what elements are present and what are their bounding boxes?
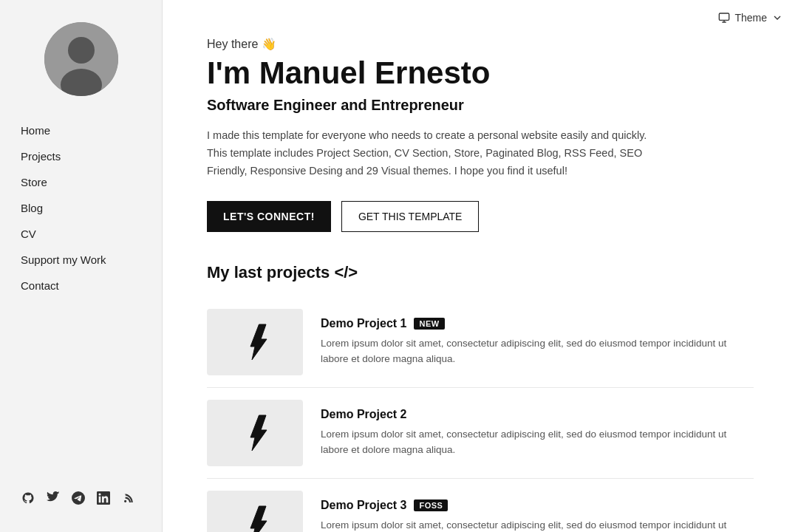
github-icon[interactable] bbox=[21, 491, 35, 505]
twitter-icon[interactable] bbox=[46, 491, 61, 505]
project-thumb-2 bbox=[207, 400, 303, 466]
astro-logo-icon bbox=[239, 323, 271, 361]
telegram-icon[interactable] bbox=[71, 491, 86, 505]
project2-logo-icon bbox=[239, 414, 271, 452]
hero-subtitle: Software Engineer and Entrepreneur bbox=[207, 97, 754, 114]
chevron-down-icon bbox=[771, 12, 783, 24]
project-badge-1: NEW bbox=[414, 318, 444, 330]
project-title-row-2: Demo Project 2 bbox=[321, 408, 754, 421]
svg-point-1 bbox=[68, 37, 95, 64]
project-title-3: Demo Project 3 bbox=[321, 499, 406, 512]
sidebar-item-store[interactable]: Store bbox=[18, 170, 144, 194]
rss-icon[interactable] bbox=[121, 491, 136, 505]
sidebar-item-cv[interactable]: CV bbox=[18, 222, 144, 246]
sidebar-item-contact[interactable]: Contact bbox=[18, 273, 144, 298]
project-title-row-3: Demo Project 3 FOSS bbox=[321, 499, 754, 512]
project-info-1: Demo Project 1 NEW Lorem ipsum dolor sit… bbox=[321, 317, 754, 367]
project-list: Demo Project 1 NEW Lorem ipsum dolor sit… bbox=[207, 297, 754, 532]
get-template-button[interactable]: GET THIS TEMPLATE bbox=[341, 201, 480, 232]
sidebar-item-projects[interactable]: Projects bbox=[18, 144, 144, 168]
hero-name: I'm Manuel Ernesto bbox=[207, 55, 754, 91]
avatar bbox=[44, 22, 118, 96]
project-item-2[interactable]: Demo Project 2 Lorem ipsum dolor sit ame… bbox=[207, 388, 754, 479]
sidebar: Home Projects Store Blog CV Support my W… bbox=[0, 0, 163, 532]
cta-buttons: LET'S CONNECT! GET THIS TEMPLATE bbox=[207, 201, 754, 232]
avatar-container bbox=[0, 22, 162, 96]
hero-description: I made this template for everyone who ne… bbox=[207, 127, 665, 180]
project-item-1[interactable]: Demo Project 1 NEW Lorem ipsum dolor sit… bbox=[207, 297, 754, 388]
linkedin-icon[interactable] bbox=[96, 491, 111, 505]
project3-logo-icon bbox=[239, 505, 271, 532]
project-title-row-1: Demo Project 1 NEW bbox=[321, 317, 754, 330]
sidebar-item-home[interactable]: Home bbox=[18, 118, 144, 143]
project-info-3: Demo Project 3 FOSS Lorem ipsum dolor si… bbox=[321, 499, 754, 532]
project-thumb-1 bbox=[207, 309, 303, 375]
greeting-text: Hey there 👋 bbox=[207, 37, 754, 51]
project-item-3[interactable]: Demo Project 3 FOSS Lorem ipsum dolor si… bbox=[207, 479, 754, 532]
theme-button[interactable]: Theme bbox=[718, 12, 783, 24]
nav-menu: Home Projects Store Blog CV Support my W… bbox=[0, 118, 162, 479]
project-desc-1: Lorem ipsum dolor sit amet, consectetur … bbox=[321, 336, 754, 367]
project-info-2: Demo Project 2 Lorem ipsum dolor sit ame… bbox=[321, 408, 754, 458]
theme-label: Theme bbox=[734, 12, 767, 24]
social-icons bbox=[0, 479, 162, 517]
project-desc-2: Lorem ipsum dolor sit amet, consectetur … bbox=[321, 427, 754, 458]
connect-button[interactable]: LET'S CONNECT! bbox=[207, 201, 331, 232]
sidebar-item-support[interactable]: Support my Work bbox=[18, 248, 144, 272]
project-title-2: Demo Project 2 bbox=[321, 408, 406, 421]
projects-heading: My last projects </> bbox=[207, 263, 754, 282]
main-content: Theme Hey there 👋 I'm Manuel Ernesto Sof… bbox=[163, 0, 798, 532]
hero-section: Hey there 👋 I'm Manuel Ernesto Software … bbox=[207, 37, 754, 232]
sidebar-item-blog[interactable]: Blog bbox=[18, 196, 144, 220]
theme-icon bbox=[718, 12, 730, 24]
project-title-1: Demo Project 1 bbox=[321, 317, 406, 330]
project-badge-3: FOSS bbox=[414, 499, 448, 511]
projects-section: My last projects </> Demo Project 1 NEW … bbox=[207, 263, 754, 532]
project-desc-3: Lorem ipsum dolor sit amet, consectetur … bbox=[321, 518, 754, 532]
project-thumb-3 bbox=[207, 491, 303, 532]
svg-rect-3 bbox=[720, 13, 729, 20]
